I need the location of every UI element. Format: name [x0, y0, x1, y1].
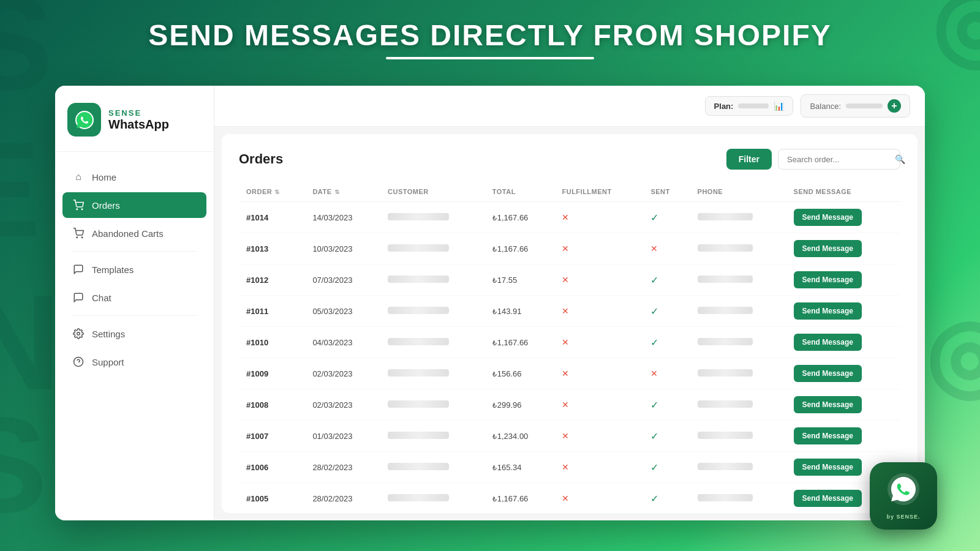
plan-icon: 📊	[774, 101, 784, 111]
send-message-button[interactable]: Send Message	[794, 240, 862, 257]
col-total: TOTAL	[485, 182, 555, 202]
svg-point-2	[81, 209, 83, 210]
cell-phone	[690, 452, 786, 483]
cell-sent: ✓	[643, 421, 690, 452]
cell-fulfillment: ✕	[554, 202, 643, 233]
cell-fulfillment: ✕	[554, 421, 643, 452]
cell-sent: ✓	[643, 452, 690, 483]
cell-customer	[380, 389, 485, 421]
svg-point-3	[77, 237, 78, 238]
table-row: #1009 02/03/2023 ₺156.66 ✕ ✕ Send Messag…	[239, 358, 900, 389]
orders-header: Orders Filter 🔍	[239, 149, 900, 170]
sidebar-item-support[interactable]: Support	[62, 349, 206, 375]
send-message-button[interactable]: Send Message	[794, 271, 862, 288]
send-message-button[interactable]: Send Message	[794, 302, 862, 320]
cell-send-message: Send Message	[786, 233, 900, 264]
cell-sent: ✕	[643, 358, 690, 389]
whatsapp-icon	[886, 472, 921, 511]
support-icon	[72, 356, 85, 368]
send-message-button[interactable]: Send Message	[794, 427, 862, 444]
cell-send-message: Send Message	[786, 327, 900, 358]
hero-title: SEND MESSAGES DIRECTLY FROM SHOPIFY	[0, 18, 980, 52]
cell-order-id: #1009	[239, 358, 305, 389]
sidebar-item-settings[interactable]: Settings	[62, 321, 206, 347]
table-header: ORDER⇅ DATE⇅ CUSTOMER TOTAL FULFILLMENT …	[239, 182, 900, 202]
sidebar-item-support-label: Support	[92, 357, 124, 367]
cell-fulfillment: ✕	[554, 389, 643, 421]
fulfillment-cross-icon: ✕	[562, 400, 569, 410]
cell-send-message: Send Message	[786, 264, 900, 296]
search-input[interactable]	[787, 155, 890, 164]
table-row: #1008 02/03/2023 ₺299.96 ✕ ✓ Send Messag…	[239, 389, 900, 421]
fulfillment-cross-icon: ✕	[562, 275, 569, 285]
cell-fulfillment: ✕	[554, 233, 643, 264]
cell-date: 28/02/2023	[305, 452, 380, 483]
logo-whatsapp: WhatsApp	[108, 118, 169, 132]
sidebar-item-templates[interactable]: Templates	[62, 257, 206, 282]
cell-order-id: #1012	[239, 264, 305, 296]
col-phone: PHONE	[690, 182, 786, 202]
cell-order-id: #1014	[239, 202, 305, 233]
sidebar-item-orders-label: Orders	[92, 200, 120, 211]
sent-check-icon: ✓	[650, 493, 658, 504]
cell-date: 10/03/2023	[305, 233, 380, 264]
cell-fulfillment: ✕	[554, 296, 643, 327]
sent-check-icon: ✓	[650, 275, 658, 285]
cell-phone	[690, 202, 786, 233]
col-fulfillment: FULFILLMENT	[554, 182, 643, 202]
cell-sent: ✓	[643, 296, 690, 327]
cell-phone	[690, 389, 786, 421]
orders-table: ORDER⇅ DATE⇅ CUSTOMER TOTAL FULFILLMENT …	[239, 182, 900, 513]
chat-icon	[72, 291, 85, 304]
balance-value-blur	[846, 103, 883, 108]
sidebar-item-home[interactable]: ⌂ Home	[62, 164, 206, 190]
sidebar-nav: ⌂ Home Orders Ab	[55, 152, 214, 520]
send-message-button[interactable]: Send Message	[794, 490, 862, 507]
cell-order-id: #1011	[239, 296, 305, 327]
col-date: DATE⇅	[305, 182, 380, 202]
sidebar-item-chat[interactable]: Chat	[62, 285, 206, 310]
logo-text: SENSE WhatsApp	[108, 108, 169, 132]
cell-order-id: #1010	[239, 327, 305, 358]
orders-content: Orders Filter 🔍 ORDER⇅	[222, 134, 918, 513]
cell-customer	[380, 327, 485, 358]
header-underline	[386, 57, 594, 59]
whatsapp-badge-sense: by SENSE.	[886, 514, 920, 520]
table-row: #1006 28/02/2023 ₺165.34 ✕ ✓ Send Messag…	[239, 452, 900, 483]
orders-icon	[72, 199, 85, 211]
sent-check-icon: ✓	[650, 462, 658, 473]
cell-sent: ✓	[643, 202, 690, 233]
cell-customer	[380, 264, 485, 296]
cell-total: ₺1,167.66	[485, 483, 555, 514]
send-message-button[interactable]: Send Message	[794, 334, 862, 351]
sidebar-item-settings-label: Settings	[92, 329, 125, 339]
fulfillment-cross-icon: ✕	[562, 337, 569, 347]
cell-total: ₺1,167.66	[485, 233, 555, 264]
filter-button[interactable]: Filter	[726, 149, 772, 170]
cell-sent: ✕	[643, 233, 690, 264]
cell-send-message: Send Message	[786, 421, 900, 452]
send-message-button[interactable]: Send Message	[794, 459, 862, 476]
send-message-button[interactable]: Send Message	[794, 209, 862, 226]
sent-cross-icon: ✕	[650, 244, 658, 253]
balance-plus-button[interactable]: +	[888, 99, 901, 113]
cell-fulfillment: ✕	[554, 483, 643, 514]
cell-fulfillment: ✕	[554, 452, 643, 483]
fulfillment-cross-icon: ✕	[562, 431, 569, 441]
fulfillment-cross-icon: ✕	[562, 212, 569, 222]
send-message-button[interactable]: Send Message	[794, 365, 862, 382]
orders-actions: Filter 🔍	[726, 149, 900, 170]
col-customer: CUSTOMER	[380, 182, 485, 202]
sidebar-item-chat-label: Chat	[92, 293, 111, 303]
cell-sent: ✓	[643, 327, 690, 358]
cell-date: 05/03/2023	[305, 296, 380, 327]
cell-send-message: Send Message	[786, 389, 900, 421]
sidebar-item-abandoned-carts[interactable]: Abandoned Carts	[62, 220, 206, 246]
sidebar: SENSE WhatsApp ⌂ Home Orders	[55, 86, 214, 520]
sidebar-item-orders[interactable]: Orders	[62, 192, 206, 218]
send-message-button[interactable]: Send Message	[794, 396, 862, 413]
logo-sense: SENSE	[108, 108, 169, 118]
svg-point-5	[77, 332, 80, 335]
cell-fulfillment: ✕	[554, 264, 643, 296]
cell-total: ₺299.96	[485, 389, 555, 421]
